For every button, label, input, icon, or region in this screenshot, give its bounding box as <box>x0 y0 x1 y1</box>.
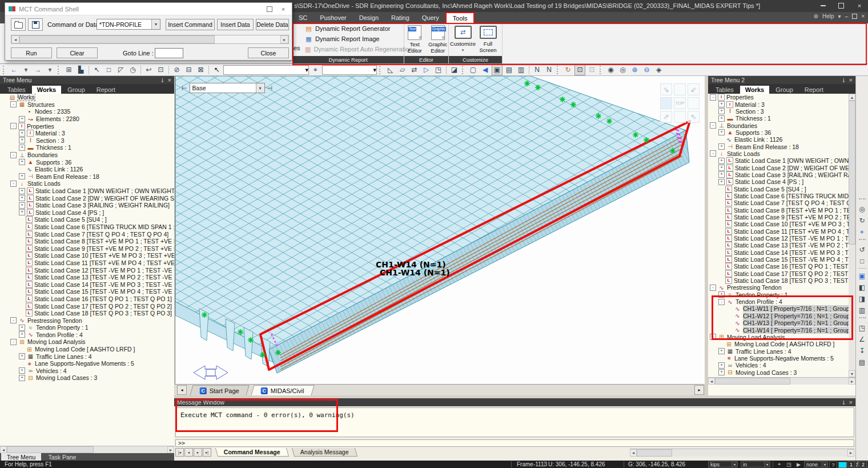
tree-item[interactable]: ∿Elastic Link : 1126 <box>0 166 174 173</box>
tree-item[interactable]: LStatic Load Case 5 [SU4 ; ] <box>708 185 855 192</box>
shrink-icon[interactable]: ↻ <box>562 65 573 75</box>
tree-item[interactable]: LStatic Load Case 11 [TEST +VE M PO 4 ; … <box>708 228 855 235</box>
swap-icon[interactable]: ⇄ <box>409 65 420 75</box>
page-total-spinner[interactable]: 2▲▼ <box>859 461 868 467</box>
scroll-left-icon[interactable]: ◂ <box>630 449 637 457</box>
tree-item[interactable]: LStatic Load Case 12 [TEST -VE M PO 1 ; … <box>0 266 174 274</box>
ghost-view-icon[interactable]: ▥ <box>857 305 868 315</box>
select-window-icon[interactable]: □ <box>103 65 114 75</box>
tree-expand-toggle[interactable]: + <box>19 375 25 381</box>
tree-item[interactable]: LStatic Load Case 14 [TEST -VE M PO 3 ; … <box>0 281 174 288</box>
tree-expand-toggle[interactable]: + <box>19 331 25 338</box>
tree-item[interactable]: LStatic Load Case 16 [TEST Q PO 1 ; TEST… <box>0 295 174 303</box>
tree-expand-toggle[interactable]: + <box>718 362 725 369</box>
tree-item[interactable]: LStatic Load Case 18 [TEST Q PO 3 ; TEST… <box>0 310 174 317</box>
tree-item[interactable]: •Nodes : 2335 <box>0 108 174 115</box>
tree-item[interactable]: LStatic Load Case 10 [TEST +VE M PO 3 ; … <box>708 221 855 227</box>
tree-expand-toggle[interactable]: + <box>718 101 725 107</box>
tree-item[interactable]: +⊣Beam End Release : 18 <box>0 173 174 181</box>
menu-item-tools[interactable]: Tools <box>445 12 475 23</box>
tree-item[interactable]: +∞Vehicles : 4 <box>0 367 174 375</box>
menu-item-pushover[interactable]: Pushover <box>314 12 352 23</box>
scroll-right-icon[interactable]: ▸ <box>167 446 174 453</box>
message-nav-icon[interactable]: ◂ <box>184 448 193 457</box>
close-icon[interactable]: × <box>168 77 171 83</box>
gear-icon[interactable]: ⊛ <box>814 13 818 19</box>
scroll-left-icon[interactable]: ◂ <box>0 446 7 453</box>
display-monitor2-icon[interactable]: ▥ <box>516 65 527 75</box>
text-editor-button[interactable]: Text⊛ Text Editor <box>404 25 425 56</box>
tree-item[interactable]: LStatic Load Case 14 [TEST -VE M PO 3 ; … <box>708 249 855 256</box>
tree-item[interactable]: LStatic Load Case 8 [TEST +VE M PO 1 ; T… <box>0 238 174 245</box>
tree-expand-toggle[interactable]: + <box>718 108 725 114</box>
tree-item[interactable]: +▬Thickness : 1 <box>0 144 174 151</box>
tree-item[interactable]: +⊟Moving Load Cases : 3 <box>708 369 855 375</box>
pointer-icon[interactable]: ↖ <box>211 65 222 75</box>
tree-item[interactable]: ∿Elastic Link : 1126 <box>708 136 855 143</box>
ucs-combo[interactable]: Base▾ <box>190 83 265 93</box>
bottom-tab-tree-menu[interactable]: Tree Menu <box>1 453 41 461</box>
select-by-tree-icon[interactable]: ▙ <box>75 65 86 75</box>
tree-item[interactable]: +↝Elements : 2280 <box>0 115 174 123</box>
tree-expand-toggle[interactable]: + <box>19 325 25 331</box>
tab-midas-civil[interactable]: C MIDAS/Civil <box>251 385 314 395</box>
tree-expand-toggle[interactable]: + <box>19 353 25 359</box>
tree-expand-toggle[interactable]: - <box>10 152 17 158</box>
mdi-minimize-icon[interactable]: – <box>845 13 849 19</box>
view-rotate-arrow-icon[interactable]: ⇙ <box>688 83 700 95</box>
named-ucs-icon[interactable]: ⊢ <box>182 85 187 92</box>
view-top-button[interactable]: TOP <box>674 97 686 109</box>
tree-item[interactable]: LStatic Load Case 16 [TEST Q PO 1 ; TEST… <box>708 263 855 270</box>
tree-item[interactable]: ∿CH1-W14 [ Property=7/16 ; N=1 ; Group=D… <box>708 326 855 333</box>
message-nav-icon[interactable]: ▸| <box>203 448 211 457</box>
view-cube-icon[interactable]: ◳ <box>857 322 868 333</box>
hidden-surface-icon[interactable]: ▣ <box>492 65 503 75</box>
pin-icon[interactable]: ⊸ <box>841 78 847 82</box>
tree-expand-toggle[interactable]: + <box>718 129 725 135</box>
message-hscrollbar[interactable]: ◂ ▸ <box>630 449 854 457</box>
tree-expand-toggle[interactable]: - <box>710 94 716 101</box>
shade-view-icon[interactable]: ▣ <box>857 270 868 281</box>
view-rotate-arrow-icon[interactable]: ⇗ <box>660 111 672 123</box>
tree-item[interactable]: +LStatic Load Case 1 [OWN WEIGHT ; OWN W… <box>0 187 174 195</box>
close-icon[interactable]: × <box>849 77 853 83</box>
view-rotate-arrow-icon[interactable]: ⇖ <box>688 111 700 123</box>
help-caret-icon[interactable]: ▾ <box>838 13 841 19</box>
restore-icon[interactable] <box>835 2 847 10</box>
export-view-icon[interactable]: ↧ <box>857 345 868 356</box>
model-view-canvas[interactable]: CH1-W14 (N=1)CH1-W14 (N=1) <box>175 76 705 384</box>
tree-item[interactable]: LStatic Load Case 9 [TEST +VE M PO 2 ; T… <box>708 214 855 221</box>
tab-tables[interactable]: Tables <box>2 86 31 94</box>
select-recent-icon[interactable]: ⊡ <box>155 65 166 75</box>
tree-expand-toggle[interactable]: + <box>718 291 725 298</box>
tab-command-message[interactable]: Command Message <box>215 448 289 457</box>
tree-item[interactable]: LStatic Load Case 6 [TESTING TRUCK MID S… <box>0 223 174 231</box>
mct-command-combo[interactable]: *TDN-PROFILE▾ <box>97 19 160 30</box>
chevron-down-icon[interactable]: ▾ <box>732 462 737 467</box>
grid-icon[interactable]: ◳ <box>785 461 793 468</box>
undo-history-caret[interactable]: ▾ <box>21 65 31 75</box>
scroll-down-icon[interactable]: ▾ <box>849 370 855 377</box>
force-unit-combo[interactable]: kips▾ <box>708 461 738 467</box>
message-hscroll-thumb[interactable] <box>637 449 672 457</box>
view-redraw-icon[interactable]: ↺ <box>857 244 868 255</box>
element-number-icon[interactable]: N <box>544 65 554 75</box>
tree-item[interactable]: LStatic Load Case 7 [TEST Q PO 4 ; TEST … <box>708 199 855 206</box>
tab-scroll-left-icon[interactable]: ◂ <box>177 385 187 395</box>
view-zoom-icon[interactable]: ◎ <box>857 203 868 214</box>
view-axis-icon[interactable]: ∠ <box>857 334 868 345</box>
right-vscrollbar[interactable]: ▴ ▾ <box>849 94 855 377</box>
redo-icon[interactable]: → <box>33 65 43 75</box>
scroll-left-icon[interactable]: ◂ <box>11 35 19 43</box>
tree-item[interactable]: +⊟Moving Load Cases : 3 <box>0 374 174 382</box>
zoom-window-icon[interactable]: ◉ <box>605 65 616 75</box>
insert-command-button[interactable]: Insert Command <box>166 19 215 30</box>
zoom-fit-icon[interactable]: ◈ <box>653 65 664 75</box>
contour-icon[interactable]: ◪ <box>449 65 460 75</box>
view-report-icon[interactable]: ▤ <box>857 357 868 367</box>
tree-expand-toggle[interactable]: + <box>19 202 25 209</box>
chevron-down-icon[interactable]: ▾ <box>373 66 376 74</box>
bottom-tab-task-pane[interactable]: Task Pane <box>42 453 82 461</box>
tree-expand-toggle[interactable]: + <box>718 369 725 375</box>
help-question-button[interactable]: ? <box>829 461 837 468</box>
